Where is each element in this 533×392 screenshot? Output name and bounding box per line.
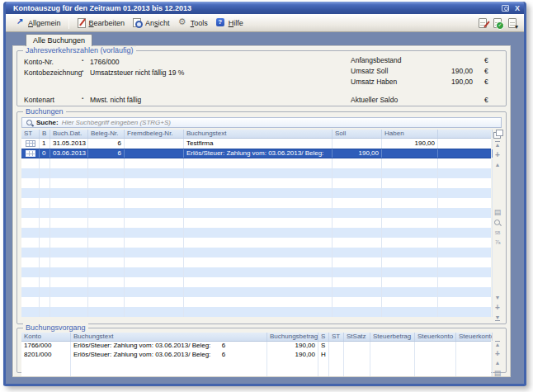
scroll-top-icon[interactable] [493, 140, 502, 149]
buchungen-table-row[interactable] [21, 208, 491, 218]
cell-Soll [333, 228, 382, 238]
approved-document-icon[interactable] [493, 18, 502, 28]
buchungen-table-row[interactable] [21, 257, 491, 267]
column-header-Buchungsbetrag[interactable]: Buchungsbetrag [267, 333, 318, 341]
column-header-Steuerbetrag[interactable]: Steuerbetrag [370, 333, 415, 341]
cell-Haben [382, 218, 438, 228]
buchungen-table-row[interactable] [21, 297, 491, 307]
buchungen-table-row[interactable] [21, 267, 491, 277]
column-header-Buch.Dat.[interactable]: Buch.Dat. [50, 130, 88, 138]
column-header-Steuerkonto 2[interactable]: Steuerkonto 2 [456, 333, 493, 341]
column-chooser-icon[interactable] [493, 130, 502, 139]
keyboard-icon[interactable] [493, 208, 502, 217]
keyboard-icon[interactable] [493, 369, 502, 378]
menu-item-tools[interactable]: Tools [174, 17, 212, 29]
menu-item-label: Hilfe [229, 19, 243, 27]
menu-item-ansicht[interactable]: Ansicht [129, 17, 174, 29]
cell-Soll [333, 287, 382, 297]
buchungen-table-row[interactable] [21, 238, 491, 248]
column-header-ST[interactable]: ST [21, 130, 40, 138]
scroll-down-icon[interactable] [493, 293, 502, 302]
menu-item-bearbeiten[interactable]: Bearbeiten [73, 17, 130, 29]
buchungsvorgang-table-row[interactable]: 8201/000Erlös/Steuer: Zahlung vom: 03.06… [21, 351, 491, 360]
buchungsvorgang-table-header: KontoBuchungstextBuchungsbetragSSTStSatz… [21, 333, 491, 342]
export-document-icon[interactable] [508, 18, 516, 28]
buchungen-table-row[interactable] [21, 277, 491, 287]
sb-icon[interactable] [493, 228, 502, 237]
column-header-Fremdbeleg-Nr.[interactable]: Fremdbeleg-Nr. [125, 130, 184, 138]
cell-Haben [382, 208, 438, 218]
ratio-icon[interactable] [493, 238, 502, 247]
cell-Haben [382, 287, 438, 297]
cell-filler [438, 228, 493, 238]
cell-Fremdbeleg-Nr. [125, 208, 184, 218]
cell-B [40, 287, 50, 297]
column-header-Soll[interactable]: Soll [333, 130, 382, 138]
grid-icon [26, 140, 35, 147]
scroll-bottom-icon[interactable] [493, 313, 502, 322]
cell-ST [21, 228, 40, 238]
window-title: Kontoauszug für den Zeitraum 01.2013 bis… [13, 4, 502, 12]
buchungsvorgang-table-row[interactable]: 1766/000Erlös/Steuer: Zahlung vom: 03.06… [21, 342, 491, 351]
column-header-S[interactable]: S [318, 333, 329, 341]
cell-Buchungstext [184, 238, 333, 248]
toolbar-right [479, 18, 518, 28]
menu-item-hilfe[interactable]: Hilfe [212, 17, 248, 29]
tab-alle-buchungen[interactable]: Alle Buchungen [26, 34, 92, 46]
restore-window-icon[interactable] [502, 5, 509, 12]
buchungen-table-row[interactable] [21, 287, 491, 297]
insert-row-icon[interactable] [493, 349, 502, 358]
buchungen-table-row[interactable]: 003.06.20136Erlös/Steuer: Zahlung vom: 0… [21, 149, 491, 158]
edit-document-icon[interactable] [479, 18, 487, 28]
cell-ST [21, 218, 40, 228]
cell-Soll [333, 178, 382, 188]
buchungen-table-row[interactable] [21, 188, 491, 198]
scroll-top-icon[interactable] [493, 340, 502, 349]
row-search-icon[interactable] [493, 218, 502, 227]
column-header-Konto[interactable]: Konto [21, 333, 71, 341]
cell-Buchungstext [184, 168, 333, 178]
column-header-Beleg-Nr.[interactable]: Beleg-Nr. [88, 130, 125, 138]
edit-note-icon [77, 18, 87, 27]
cell-Steuerbetrag [370, 342, 415, 351]
buchungen-table-row[interactable] [21, 158, 491, 168]
column-header-Steuerkonto 1[interactable]: Steuerkonto 1 [415, 333, 456, 341]
column-header-StSatz[interactable]: StSatz [344, 333, 370, 341]
buchungsvorgang-table-row[interactable] [21, 359, 491, 368]
column-header-Buchungstext[interactable]: Buchungstext [184, 130, 333, 138]
cell-Haben [382, 277, 438, 287]
menubar: AllgemeinBearbeitenAnsichtToolsHilfe [6, 14, 524, 32]
column-header-ST[interactable]: ST [329, 333, 344, 341]
column-header-Haben[interactable]: Haben [382, 130, 438, 138]
buchungen-table-row[interactable]: 131.05.20136Testfirma190,00 [21, 139, 491, 149]
cell-B [40, 307, 50, 317]
buchungen-table-row[interactable] [21, 178, 491, 188]
buchungen-table-row[interactable] [21, 218, 491, 228]
main-table: STBBuch.Dat.Beleg-Nr.Fremdbeleg-Nr.Buchu… [21, 130, 491, 317]
menu-item-allgemein[interactable]: Allgemein [12, 17, 65, 29]
buchungsvorgang-table-row[interactable] [21, 368, 491, 377]
field-value: 1766/000 [90, 58, 119, 66]
column-header-Buchungstext[interactable]: Buchungstext [71, 333, 267, 341]
column-header-B[interactable]: B [40, 130, 50, 138]
groupbox-buchungen: Buchungen Suche: Hier Suchbegriff eingeb… [17, 111, 507, 324]
search-bar[interactable]: Suche: Hier Suchbegriff eingeben (STRG+S… [21, 117, 502, 128]
scroll-up-icon[interactable] [493, 160, 502, 169]
buchungen-table-row[interactable] [21, 168, 491, 178]
insert-row-icon[interactable] [493, 303, 502, 312]
search-label: Suche: [36, 119, 59, 126]
cell-Fremdbeleg-Nr. [125, 168, 184, 178]
tab-page: Jahresverkehrszahlen (vorläufig) Konto-N… [12, 45, 511, 377]
column-header-filler[interactable] [438, 130, 493, 138]
cell-StSatz [344, 351, 370, 360]
buchungen-table-row[interactable] [21, 198, 491, 208]
scroll-up-icon[interactable] [493, 358, 502, 367]
close-button[interactable]: X [515, 4, 520, 12]
buchungen-table-row[interactable] [21, 248, 491, 257]
buchungen-table-row[interactable] [21, 307, 491, 317]
cell-Fremdbeleg-Nr. [125, 267, 184, 277]
add-row-icon[interactable] [493, 150, 502, 159]
cell-ST [21, 297, 40, 307]
field-label: Konto-Nr. [24, 58, 54, 66]
buchungen-table-row[interactable] [21, 228, 491, 238]
